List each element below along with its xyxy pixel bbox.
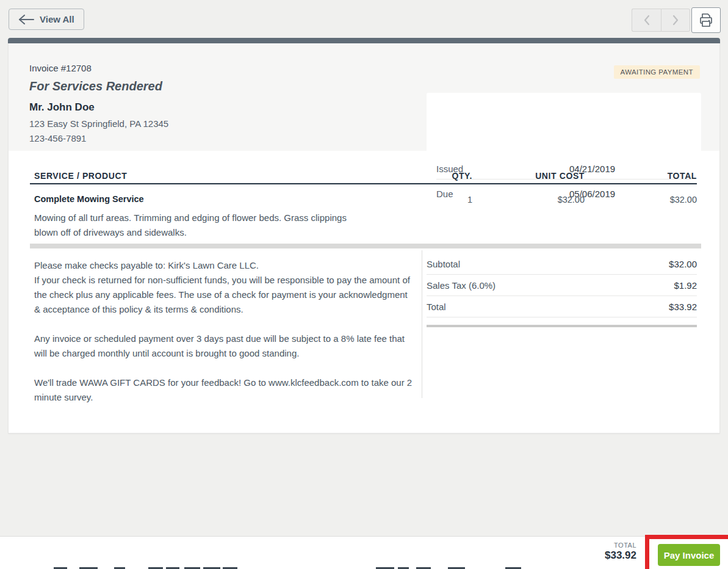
subtotal-label: Subtotal xyxy=(427,259,460,269)
invoice-notes: Please make checks payable to: Kirk's La… xyxy=(34,258,416,419)
footer-total-label: TOTAL xyxy=(605,542,636,549)
header-total: TOTAL xyxy=(618,171,697,181)
totals-end-bar xyxy=(427,325,697,327)
invoice-card: Invoice #12708 For Services Rendered Mr.… xyxy=(8,38,720,433)
invoice-pager xyxy=(632,7,721,33)
invoice-dates-panel: Issued 04/21/2019 Due 05/06/2019 xyxy=(427,93,701,158)
printer-icon xyxy=(698,12,714,28)
notes-totals-divider xyxy=(422,250,422,398)
line-item-total: $32.00 xyxy=(618,195,697,205)
totals-panel: Subtotal $32.00 Sales Tax (6.0%) $1.92 T… xyxy=(427,253,697,327)
view-all-label: View All xyxy=(40,14,74,24)
footer-total-value: $33.92 xyxy=(605,549,636,562)
subtotal-value: $32.00 xyxy=(669,259,697,269)
previous-invoice-button[interactable] xyxy=(632,9,661,32)
footer-total: TOTAL $33.92 xyxy=(605,542,636,562)
note-paragraph: Any invoice or scheduled payment over 3 … xyxy=(34,332,416,361)
line-item-qty: 1 xyxy=(423,195,472,205)
section-divider-bar xyxy=(30,244,701,248)
line-item-description: Mowing of all turf areas. Trimming and e… xyxy=(34,211,348,240)
line-item-name: Complete Mowing Service xyxy=(34,194,144,204)
sales-tax-label: Sales Tax (6.0%) xyxy=(427,280,496,291)
chevron-left-icon xyxy=(643,15,651,26)
print-button[interactable] xyxy=(691,7,721,33)
status-badge: AWAITING PAYMENT xyxy=(614,65,701,79)
note-paragraph: We'll trade WAWA GIFT CARDS for your fee… xyxy=(34,375,416,405)
invoice-number: Invoice #12708 xyxy=(29,63,92,73)
header-unit-cost: UNIT COST xyxy=(505,171,585,181)
header-service-product: SERVICE / PRODUCT xyxy=(34,171,127,181)
customer-name: Mr. John Doe xyxy=(29,101,95,114)
subtotal-row: Subtotal $32.00 xyxy=(427,253,697,275)
invoice-title: For Services Rendered xyxy=(29,79,162,93)
line-items-header: SERVICE / PRODUCT QTY. UNIT COST TOTAL xyxy=(30,169,697,184)
customer-address: 123 Easy St Springfield, PA 12345 xyxy=(29,118,168,129)
line-item-unit-cost: $32.00 xyxy=(505,195,585,205)
total-value: $33.92 xyxy=(669,302,697,312)
left-arrow-icon xyxy=(18,15,34,24)
view-all-button[interactable]: View All xyxy=(9,9,84,30)
sales-tax-row: Sales Tax (6.0%) $1.92 xyxy=(427,275,697,296)
pay-invoice-button[interactable]: Pay Invoice xyxy=(658,544,720,566)
header-qty: QTY. xyxy=(423,171,472,181)
customer-phone: 123-456-7891 xyxy=(29,133,86,143)
total-row: Total $33.92 xyxy=(427,296,697,317)
invoice-page: { "colors": { "page_background": "#f0f0e… xyxy=(0,0,728,569)
sales-tax-value: $1.92 xyxy=(674,280,697,291)
card-accent-bar xyxy=(8,38,720,43)
pay-bar: TOTAL $33.92 Pay Invoice xyxy=(0,536,728,569)
next-invoice-button[interactable] xyxy=(661,9,690,32)
chevron-right-icon xyxy=(672,15,679,26)
note-paragraph: Please make checks payable to: Kirk's La… xyxy=(34,258,416,317)
total-label: Total xyxy=(427,302,446,312)
